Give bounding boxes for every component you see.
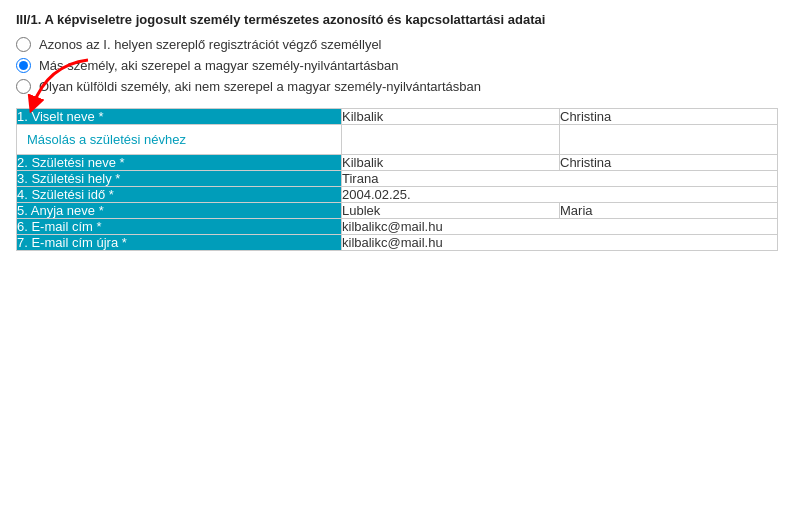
field-value-szuletesi-neve-1: Kilbalik [342,155,560,171]
radio-item-2[interactable]: Más személy, aki szerepel a magyar szemé… [16,58,778,73]
radio-option-3[interactable] [16,79,31,94]
field-label-szuletesi-neve: 2. Születési neve * [17,155,342,171]
field-value-viselt-neve-1: Kilbalik [342,109,560,125]
table-row: 2. Születési neve * Kilbalik Christina [17,155,778,171]
copy-button-cell[interactable]: Másolás a születési névhez [17,125,342,155]
field-value-anyja-neve-2: Maria [560,203,778,219]
field-label-szuletesi-ido: 4. Születési idő * [17,187,342,203]
form-table: 1. Viselt neve * Kilbalik Christina Máso… [16,108,778,251]
copy-row: Másolás a születési névhez [17,125,778,155]
table-row: 7. E-mail cím újra * kilbalikc@mail.hu [17,235,778,251]
field-label-szuletesi-hely: 3. Születési hely * [17,171,342,187]
field-value-szuletesi-hely: Tirana [342,171,778,187]
radio-label-2: Más személy, aki szerepel a magyar szemé… [39,58,399,73]
field-label-email: 6. E-mail cím * [17,219,342,235]
radio-group: Azonos az I. helyen szereplő regisztráci… [16,37,778,94]
table-row: 4. Születési idő * 2004.02.25. [17,187,778,203]
radio-label-3: Olyan külföldi személy, aki nem szerepel… [39,79,481,94]
radio-option-2[interactable] [16,58,31,73]
field-value-szuletesi-ido: 2004.02.25. [342,187,778,203]
copy-button-empty-cell-1 [342,125,560,155]
radio-item-3[interactable]: Olyan külföldi személy, aki nem szerepel… [16,79,778,94]
field-value-email-ujra: kilbalikc@mail.hu [342,235,778,251]
field-label-viselt-neve: 1. Viselt neve * [17,109,342,125]
table-row: 6. E-mail cím * kilbalikc@mail.hu [17,219,778,235]
field-value-szuletesi-neve-2: Christina [560,155,778,171]
field-value-email: kilbalikc@mail.hu [342,219,778,235]
radio-label-1: Azonos az I. helyen szereplő regisztráci… [39,37,382,52]
table-row: 5. Anyja neve * Lublek Maria [17,203,778,219]
table-row: 3. Születési hely * Tirana [17,171,778,187]
radio-option-1[interactable] [16,37,31,52]
table-row: 1. Viselt neve * Kilbalik Christina [17,109,778,125]
section-title: III/1. A képviseletre jogosult személy t… [16,12,778,27]
field-label-email-ujra: 7. E-mail cím újra * [17,235,342,251]
radio-item-1[interactable]: Azonos az I. helyen szereplő regisztráci… [16,37,778,52]
field-label-anyja-neve: 5. Anyja neve * [17,203,342,219]
copy-button[interactable]: Másolás a születési névhez [17,125,341,154]
copy-button-empty-cell-2 [560,125,778,155]
field-value-viselt-neve-2: Christina [560,109,778,125]
field-value-anyja-neve-1: Lublek [342,203,560,219]
